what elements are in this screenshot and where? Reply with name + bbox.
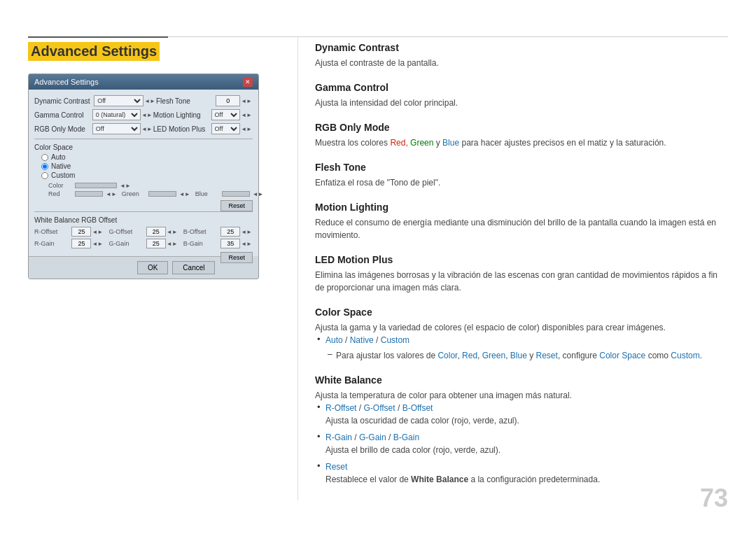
- wb-row-gain: R-Gain ◄► G-Gain ◄► B-Gain ◄►: [34, 239, 253, 248]
- wb-reset-button[interactable]: Reset: [220, 252, 253, 263]
- link-native: Native: [350, 335, 374, 345]
- dialog-titlebar: Advanced Settings ✕: [29, 74, 258, 90]
- dialog-row-2: Gamma Control 0 (Natural) ◄► Motion Ligh…: [34, 109, 253, 120]
- cancel-button[interactable]: Cancel: [172, 261, 215, 274]
- wb-g-gain-input[interactable]: [146, 239, 166, 248]
- bullet-color-space-options: Auto / Native / Custom Para ajustar los …: [326, 334, 728, 362]
- heading-dynamic-contrast: Dynamic Contrast: [315, 42, 728, 53]
- dialog-close-button[interactable]: ✕: [243, 77, 253, 87]
- radio-auto-input[interactable]: [41, 154, 48, 161]
- sub-bullet-text: Para ajustar los valores de Color, Red, …: [336, 351, 702, 360]
- section-dynamic-contrast: Dynamic Contrast Ajusta el contraste de …: [315, 42, 728, 69]
- select-dynamic-contrast[interactable]: Off: [94, 95, 144, 106]
- heading-rgb-only-mode: RGB Only Mode: [315, 122, 728, 133]
- radio-native-label: Native: [51, 162, 71, 170]
- arrow-1: ◄►: [144, 98, 155, 104]
- slider-green-bar[interactable]: [148, 191, 176, 197]
- rgb-offset-text: R-Offset / G-Offset / B-Offset: [326, 403, 433, 413]
- bullet-reset: Reset Restablece el valor de White Balan…: [326, 461, 728, 486]
- section-title: Advanced Settings: [28, 42, 160, 61]
- sub-bullet-custom-info: Para ajustar los valores de Color, Red, …: [336, 349, 728, 362]
- color-reset-button[interactable]: Reset: [220, 200, 253, 211]
- slider-arrow-green: ◄►: [179, 191, 190, 197]
- link-blue-cs: Blue: [510, 351, 527, 360]
- slider-color-bar[interactable]: [75, 183, 117, 188]
- color-space-bullets: Auto / Native / Custom Para ajustar los …: [315, 334, 728, 362]
- link-color: Color: [438, 351, 457, 360]
- input-flesh-tone[interactable]: [216, 95, 240, 106]
- wb-section-title: White Balance RGB Offset: [34, 216, 253, 224]
- section-flesh-tone: Flesh Tone Enfatiza el rosa de "Tono de …: [315, 162, 728, 189]
- wb-arrow-1: ◄►: [92, 229, 103, 235]
- white-balance-bullets: R-Offset / G-Offset / B-Offset Ajusta la…: [315, 402, 728, 486]
- section-white-balance: White Balance Ajusta la temperatura de c…: [315, 374, 728, 486]
- wb-b-gain-input[interactable]: [220, 239, 240, 248]
- reset-text: Reset: [326, 462, 347, 472]
- label-led-motion-plus: LED Motion Plus: [153, 125, 211, 133]
- wb-row-offset: R-Offset ◄► G-Offset ◄► B-Offset ◄►: [34, 227, 253, 237]
- wb-b-gain-label: B-Gain: [183, 240, 220, 247]
- link-g-gain: G-Gain: [359, 433, 386, 442]
- rgb-gain-text: R-Gain / G-Gain / B-Gain: [326, 433, 419, 442]
- wb-b-offset-input[interactable]: [220, 227, 240, 237]
- link-reset-wb: Reset: [326, 462, 347, 472]
- text-led-motion-plus: Elimina las imágenes borrosas y la vibra…: [315, 269, 728, 294]
- wb-arrow-2: ◄►: [167, 229, 178, 235]
- select-led-motion-plus[interactable]: Off: [211, 123, 241, 134]
- dialog-footer: OK Cancel: [29, 256, 220, 279]
- heading-flesh-tone: Flesh Tone: [315, 162, 728, 173]
- text-color-space: Ajusta la gama y la variedad de colores …: [315, 321, 728, 334]
- link-custom: Custom: [381, 335, 410, 345]
- slider-color: Color ◄►: [48, 182, 253, 189]
- link-custom-ref: Custom: [671, 351, 699, 360]
- wb-g-offset-input[interactable]: [146, 227, 166, 237]
- link-b-gain: B-Gain: [393, 433, 419, 442]
- link-reset-cs: Reset: [536, 351, 558, 360]
- radio-custom-input[interactable]: [41, 172, 48, 179]
- arrow-6: ◄►: [241, 126, 252, 132]
- white-balance-bold: White Balance: [411, 475, 468, 484]
- section-motion-lighting: Motion Lighting Reduce el consumo de ene…: [315, 202, 728, 241]
- heading-white-balance: White Balance: [315, 374, 728, 386]
- slider-blue-bar[interactable]: [222, 191, 250, 197]
- select-motion-lighting[interactable]: Off: [211, 109, 241, 120]
- wb-g-gain-label: G-Gain: [108, 240, 146, 247]
- select-rgb-only-mode[interactable]: Off: [92, 123, 141, 134]
- link-green-cs: Green: [482, 351, 505, 360]
- ok-button[interactable]: OK: [137, 261, 168, 274]
- radio-native: Native: [41, 162, 253, 170]
- separator-1: [34, 139, 253, 139]
- dialog-body: Dynamic Contrast Off ◄► Flesh Tone ◄► Ga…: [29, 90, 258, 256]
- wb-g-offset-label: G-Offset: [108, 228, 146, 235]
- arrow-4: ◄►: [241, 112, 252, 118]
- label-rgb-only-mode: RGB Only Mode: [34, 125, 92, 133]
- wb-r-gain-input[interactable]: [71, 239, 91, 248]
- color-sliders: Color ◄► Red ◄► Green ◄►: [48, 182, 253, 197]
- link-green: Green: [410, 138, 433, 148]
- separator-2: [34, 211, 253, 212]
- slider-arrow-red: ◄►: [106, 191, 117, 197]
- link-red-cs: Red: [462, 351, 477, 360]
- text-white-balance: Ajusta la temperatura de color para obte…: [315, 389, 728, 402]
- reset-desc: Restablece el valor de White Balance a l…: [326, 475, 600, 484]
- wb-arrow-4: ◄►: [92, 241, 103, 247]
- slider-arrow-blue: ◄►: [253, 191, 264, 197]
- select-gamma-control[interactable]: 0 (Natural): [92, 109, 141, 120]
- slider-color-label: Color: [48, 182, 73, 189]
- radio-custom-label: Custom: [51, 171, 75, 179]
- text-rgb-only-mode: Muestra los colores Red, Green y Blue pa…: [315, 136, 728, 149]
- wb-arrow-5: ◄►: [167, 241, 178, 247]
- advanced-settings-dialog: Advanced Settings ✕ Dynamic Contrast Off…: [28, 73, 259, 279]
- link-b-offset: B-Offset: [402, 403, 433, 413]
- wb-arrow-6: ◄►: [241, 241, 252, 247]
- wb-r-offset-input[interactable]: [71, 227, 91, 237]
- page-number: 73: [700, 484, 728, 513]
- bullet-rgb-offset: R-Offset / G-Offset / B-Offset Ajusta la…: [326, 402, 728, 427]
- color-space-title: Color Space: [34, 143, 253, 151]
- arrow-5: ◄►: [141, 126, 153, 132]
- section-color-space: Color Space Ajusta la gama y la variedad…: [315, 307, 728, 362]
- slider-red-bar[interactable]: [75, 191, 103, 197]
- radio-native-input[interactable]: [41, 163, 48, 170]
- color-space-options-text: Auto / Native / Custom: [326, 335, 410, 345]
- heading-motion-lighting: Motion Lighting: [315, 202, 728, 213]
